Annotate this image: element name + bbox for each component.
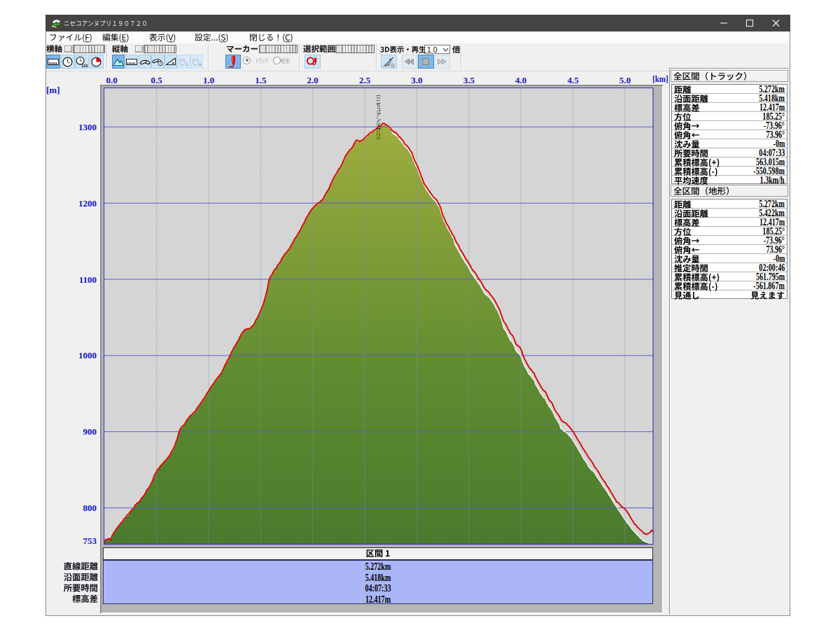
svg-text:1: 1 bbox=[186, 62, 188, 66]
svg-text:G: G bbox=[391, 62, 395, 67]
svg-text:A: A bbox=[198, 62, 201, 66]
svg-text:123: 123 bbox=[81, 63, 88, 67]
